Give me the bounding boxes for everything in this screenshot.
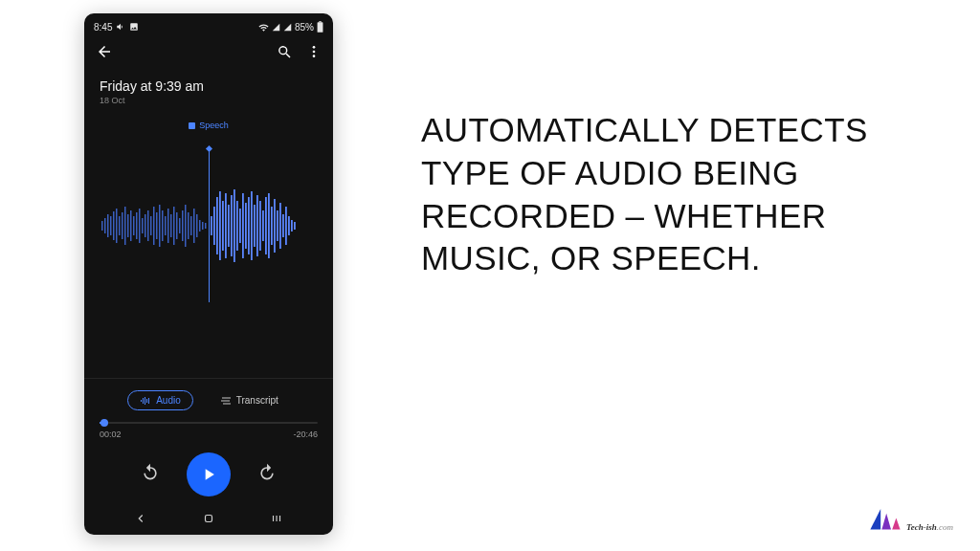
nav-back-button[interactable] [134, 512, 147, 529]
svg-rect-43 [213, 207, 215, 245]
transcript-icon [220, 396, 232, 406]
waveform-view[interactable] [84, 140, 333, 312]
svg-rect-80 [205, 516, 212, 522]
svg-rect-38 [196, 214, 198, 237]
replay-icon [141, 463, 160, 482]
svg-point-3 [313, 51, 316, 54]
search-button[interactable] [277, 44, 293, 64]
image-icon [129, 22, 139, 32]
svg-rect-15 [130, 210, 132, 241]
nav-recents-button[interactable] [270, 512, 283, 529]
search-icon [277, 44, 293, 60]
svg-rect-28 [167, 209, 169, 243]
svg-rect-68 [285, 207, 287, 245]
playback-controls [84, 439, 333, 506]
svg-rect-31 [176, 212, 178, 239]
wifi-icon [258, 23, 269, 32]
svg-rect-46 [222, 201, 224, 251]
svg-rect-24 [156, 212, 158, 239]
svg-rect-51 [236, 201, 238, 251]
time-elapsed: 00:02 [100, 430, 122, 439]
svg-rect-19 [142, 218, 144, 233]
svg-rect-25 [159, 205, 161, 247]
svg-rect-1 [318, 22, 323, 32]
phone-screenshot: 8:45 85% Friday at 9:39 am 18 Oct [84, 13, 333, 535]
tab-audio-label: Audio [156, 395, 181, 406]
svg-rect-53 [242, 193, 244, 258]
svg-marker-85 [881, 514, 891, 530]
svg-rect-44 [216, 197, 218, 254]
recording-title: Friday at 9:39 am [100, 78, 318, 94]
svg-rect-47 [225, 193, 227, 258]
svg-rect-29 [170, 214, 172, 237]
play-icon [199, 465, 218, 484]
system-nav-bar [84, 506, 333, 535]
tab-transcript-label: Transcript [236, 395, 278, 406]
recording-date: 18 Oct [100, 96, 318, 105]
svg-rect-5 [101, 221, 103, 231]
svg-rect-52 [239, 209, 241, 243]
svg-rect-18 [139, 209, 141, 243]
nav-back-icon [134, 512, 147, 525]
svg-rect-59 [259, 201, 261, 251]
nav-home-button[interactable] [202, 512, 215, 529]
svg-rect-9 [113, 211, 115, 240]
svg-rect-36 [190, 216, 192, 235]
forward-button[interactable] [257, 463, 277, 486]
rewind-button[interactable] [141, 463, 160, 486]
svg-rect-55 [248, 197, 250, 254]
brand-text: Tech-ish.com [906, 522, 953, 532]
seek-bar[interactable] [84, 418, 333, 426]
play-button[interactable] [187, 452, 231, 496]
svg-rect-27 [165, 216, 167, 235]
svg-rect-48 [228, 205, 230, 247]
svg-rect-23 [153, 207, 155, 245]
status-bar: 8:45 85% [84, 17, 333, 36]
view-tabs: Audio Transcript [84, 378, 333, 418]
brand-watermark: Tech-ish.com [868, 503, 953, 532]
svg-rect-66 [279, 203, 281, 249]
svg-rect-16 [133, 216, 135, 235]
svg-rect-41 [205, 223, 207, 229]
svg-rect-30 [173, 207, 175, 245]
svg-rect-10 [116, 209, 118, 243]
status-time: 8:45 [94, 22, 112, 33]
progress-thumb[interactable] [100, 419, 108, 427]
svg-rect-35 [188, 212, 189, 239]
signal-icon-1 [272, 23, 280, 32]
back-button[interactable] [96, 43, 113, 64]
status-left: 8:45 [94, 22, 139, 33]
forward-icon [257, 463, 277, 482]
svg-rect-7 [107, 214, 109, 237]
nav-recents-icon [270, 512, 283, 525]
svg-rect-58 [256, 195, 258, 256]
svg-rect-39 [199, 220, 201, 231]
svg-rect-37 [193, 209, 195, 243]
svg-marker-84 [870, 509, 880, 530]
svg-rect-12 [122, 212, 123, 239]
svg-rect-70 [291, 220, 293, 231]
time-row: 00:02 -20:46 [84, 426, 333, 439]
svg-rect-50 [234, 189, 235, 262]
tab-transcript[interactable]: Transcript [209, 391, 290, 409]
brand-logo-icon [868, 503, 902, 532]
svg-rect-71 [294, 222, 296, 230]
nav-home-icon [202, 512, 215, 525]
more-vert-icon [306, 44, 322, 59]
app-header [84, 36, 333, 71]
svg-rect-45 [219, 191, 221, 260]
svg-rect-14 [127, 214, 129, 237]
tab-audio[interactable]: Audio [127, 390, 193, 410]
overflow-menu-button[interactable] [306, 44, 322, 63]
svg-point-4 [313, 55, 316, 57]
back-arrow-icon [96, 43, 113, 60]
battery-icon [317, 21, 323, 33]
svg-rect-21 [147, 210, 149, 241]
svg-rect-34 [185, 205, 187, 247]
svg-rect-42 [211, 216, 212, 235]
battery-percentage: 85% [295, 22, 314, 33]
detected-label: Speech [84, 121, 333, 130]
svg-marker-86 [892, 518, 900, 530]
slide-headline: Automatically detects type of audio bein… [421, 109, 890, 280]
svg-rect-61 [265, 197, 267, 254]
